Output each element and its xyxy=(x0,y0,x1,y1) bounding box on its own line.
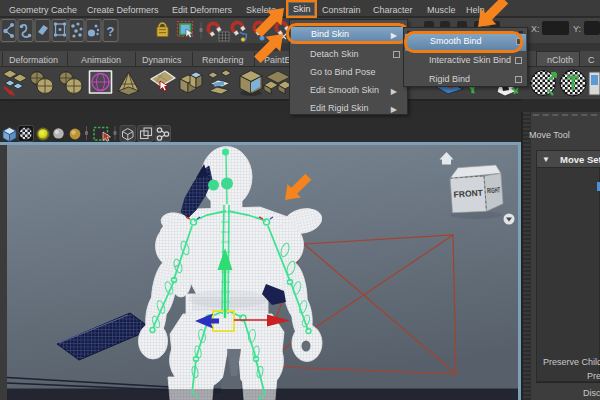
svg-text:FRONT: FRONT xyxy=(453,187,484,199)
svg-text:?: ? xyxy=(107,24,115,39)
svg-text:RIGHT: RIGHT xyxy=(487,185,501,195)
